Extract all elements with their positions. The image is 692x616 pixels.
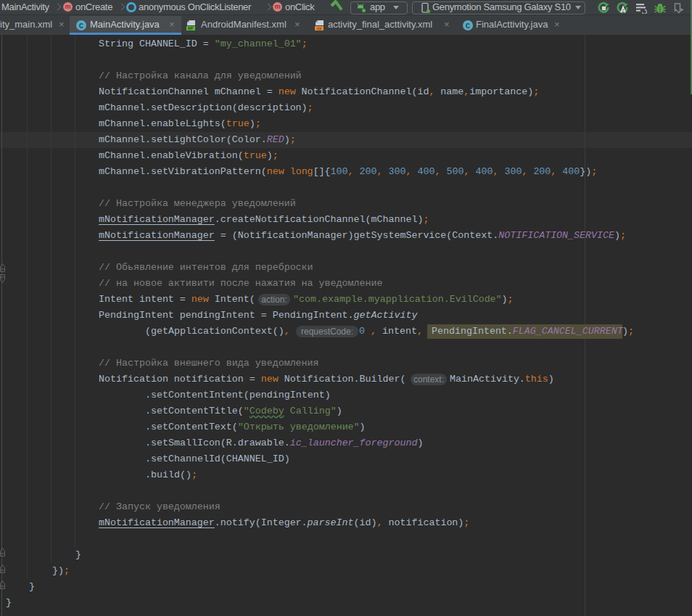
svg-text:C: C: [79, 22, 84, 30]
svg-text:cx: cx: [317, 26, 322, 30]
svg-text:MF: MF: [188, 26, 194, 30]
svg-text:C: C: [466, 22, 471, 30]
